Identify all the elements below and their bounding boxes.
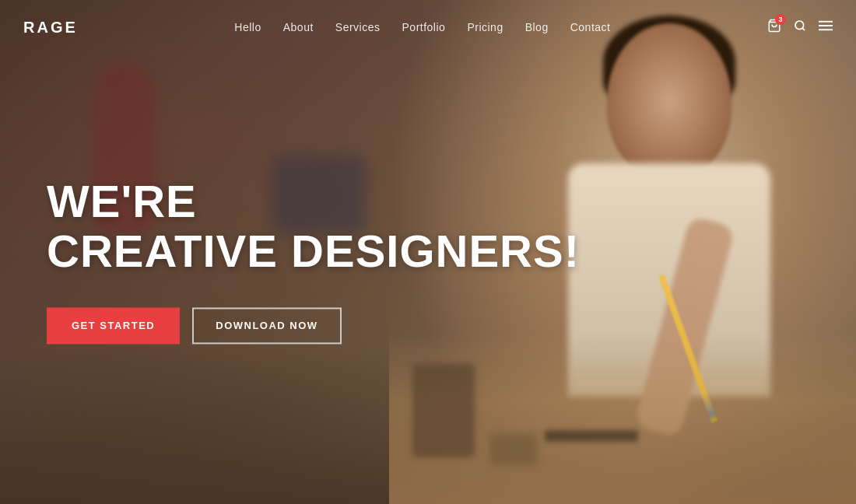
cart-badge: 3: [775, 14, 786, 25]
cart-icon[interactable]: 3: [767, 19, 781, 36]
get-started-button[interactable]: GET STARTED: [47, 307, 180, 344]
nav-item-pricing[interactable]: Pricing: [467, 20, 503, 34]
desk-item-book: [490, 434, 537, 465]
hero-title-line1: WE'RE: [47, 177, 580, 226]
nav-link-about[interactable]: About: [283, 21, 314, 33]
nav-link-contact[interactable]: Contact: [570, 21, 611, 33]
nav-item-contact[interactable]: Contact: [570, 20, 611, 34]
main-nav: RAGE Hello About Services Portfolio Pric…: [0, 0, 856, 54]
nav-link-hello[interactable]: Hello: [234, 21, 261, 33]
hero-content: WE'RE CREATIVE DESIGNERS! GET STARTED DO…: [47, 177, 580, 344]
hero-buttons: GET STARTED DOWNLOAD NOW: [47, 307, 580, 344]
nav-item-services[interactable]: Services: [335, 20, 381, 34]
download-now-button[interactable]: DOWNLOAD NOW: [192, 307, 341, 344]
nav-link-blog[interactable]: Blog: [525, 21, 549, 33]
nav-link-services[interactable]: Services: [335, 21, 381, 33]
svg-point-1: [795, 21, 804, 30]
brand-logo[interactable]: RAGE: [23, 19, 78, 37]
search-icon[interactable]: [794, 19, 806, 35]
hero-section: RAGE Hello About Services Portfolio Pric…: [0, 0, 856, 504]
nav-item-about[interactable]: About: [283, 20, 314, 34]
nav-icons: 3: [767, 19, 833, 36]
nav-item-portfolio[interactable]: Portfolio: [402, 20, 446, 34]
nav-link-pricing[interactable]: Pricing: [467, 21, 503, 33]
desk-glasses: [545, 430, 638, 442]
nav-item-blog[interactable]: Blog: [525, 20, 549, 34]
menu-icon[interactable]: [819, 20, 833, 34]
desk-item-basket: [412, 364, 475, 457]
hero-title-line2: CREATIVE DESIGNERS!: [47, 226, 580, 276]
nav-link-portfolio[interactable]: Portfolio: [402, 21, 446, 33]
svg-line-2: [802, 28, 805, 30]
nav-item-hello[interactable]: Hello: [234, 20, 261, 34]
nav-links: Hello About Services Portfolio Pricing B…: [234, 20, 610, 34]
